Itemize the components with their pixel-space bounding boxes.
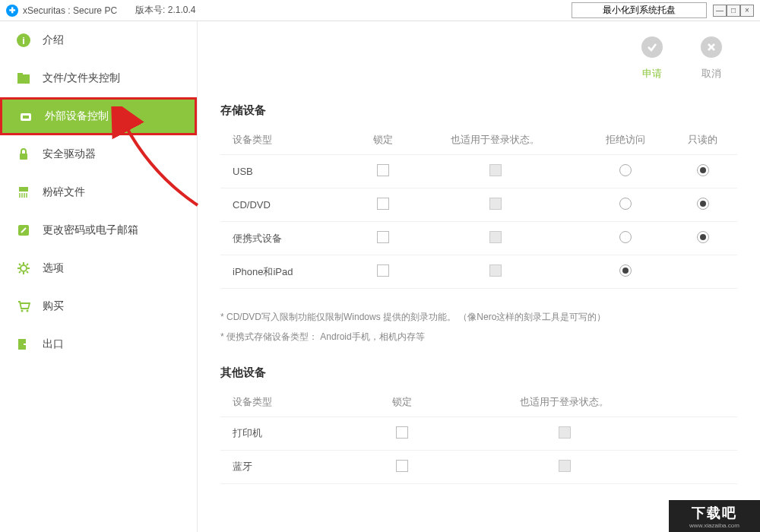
svg-line-18 bbox=[19, 264, 21, 265]
deny-radio[interactable] bbox=[619, 231, 632, 243]
col-readonly: 只读的 bbox=[669, 125, 737, 155]
readonly-radio[interactable] bbox=[697, 164, 709, 176]
edit-icon bbox=[15, 222, 32, 239]
maximize-button[interactable]: □ bbox=[727, 5, 740, 17]
svg-point-23 bbox=[27, 310, 29, 312]
sidebar-item-label: 选项 bbox=[43, 261, 64, 275]
info-icon: i bbox=[15, 32, 32, 49]
svg-rect-5 bbox=[23, 116, 29, 119]
sidebar-item-options[interactable]: 选项 bbox=[0, 249, 197, 287]
device-type-cell: 蓝牙 bbox=[220, 450, 365, 483]
login-state-checkbox bbox=[559, 460, 571, 472]
sidebar-item-label: 更改密码或电子邮箱 bbox=[43, 223, 138, 237]
sidebar-item-change-password[interactable]: 更改密码或电子邮箱 bbox=[0, 211, 197, 249]
cart-icon bbox=[15, 298, 32, 315]
deny-radio[interactable] bbox=[619, 198, 632, 210]
minimize-button[interactable]: — bbox=[713, 5, 727, 17]
svg-point-22 bbox=[21, 310, 24, 312]
exit-icon bbox=[15, 336, 32, 353]
device-icon bbox=[17, 108, 34, 125]
sidebar-item-shred[interactable]: 粉碎文件 bbox=[0, 173, 197, 211]
close-button[interactable]: × bbox=[740, 5, 754, 17]
lock-checkbox[interactable] bbox=[377, 264, 389, 277]
login-state-checkbox bbox=[489, 231, 502, 243]
check-icon bbox=[641, 36, 663, 58]
storage-device-table: 设备类型 锁定 也适用于登录状态。 拒绝访问 只读的 USB CD/DVD bbox=[220, 125, 737, 289]
svg-rect-3 bbox=[17, 73, 23, 76]
folder-icon bbox=[15, 70, 32, 87]
sidebar-item-secure-drive[interactable]: 安全驱动器 bbox=[0, 135, 197, 173]
sidebar-item-intro[interactable]: i 介绍 bbox=[0, 21, 197, 59]
svg-line-19 bbox=[27, 271, 28, 273]
readonly-radio[interactable] bbox=[697, 198, 709, 210]
table-row: CD/DVD bbox=[220, 188, 737, 222]
login-state-checkbox bbox=[559, 426, 571, 439]
sidebar-item-purchase[interactable]: 购买 bbox=[0, 287, 197, 325]
device-type-cell: CD/DVD bbox=[220, 188, 357, 222]
apply-label: 申请 bbox=[641, 67, 663, 81]
col-device-type: 设备类型 bbox=[220, 125, 357, 155]
device-type-cell: iPhone和iPad bbox=[220, 255, 357, 289]
sidebar-item-label: 外部设备控制 bbox=[45, 109, 109, 123]
lock-icon bbox=[15, 146, 32, 163]
watermark-text: 下载吧 bbox=[692, 504, 737, 522]
sidebar: i 介绍 文件/文件夹控制 外部设备控制 安全驱动器 粉碎文件 更改密码或电子邮… bbox=[0, 21, 198, 532]
table-row: 便携式设备 bbox=[220, 222, 737, 255]
deny-radio[interactable] bbox=[619, 264, 632, 277]
sidebar-item-label: 出口 bbox=[43, 337, 64, 351]
deny-radio[interactable] bbox=[619, 164, 632, 176]
app-logo-icon: ✚ bbox=[6, 5, 18, 17]
shred-icon bbox=[15, 184, 32, 201]
gear-icon bbox=[15, 260, 32, 277]
device-type-cell: 便携式设备 bbox=[220, 222, 357, 255]
col-device-type: 设备类型 bbox=[220, 388, 365, 417]
device-type-cell: 打印机 bbox=[220, 416, 365, 450]
table-row: USB bbox=[220, 155, 737, 188]
col-login-state: 也适用于登录状态。 bbox=[439, 388, 690, 417]
device-type-cell: USB bbox=[220, 155, 357, 188]
svg-rect-7 bbox=[19, 187, 28, 192]
login-state-checkbox bbox=[489, 164, 502, 176]
lock-checkbox[interactable] bbox=[377, 198, 389, 210]
version-label: 版本号: 2.1.0.4 bbox=[135, 4, 195, 17]
login-state-checkbox bbox=[489, 198, 502, 210]
svg-rect-6 bbox=[20, 154, 27, 160]
notes-area: * CD/DVD写入限制功能仅限制Windows 提供的刻录功能。 （像Nero… bbox=[220, 307, 737, 347]
svg-line-20 bbox=[19, 271, 21, 273]
note-line: * CD/DVD写入限制功能仅限制Windows 提供的刻录功能。 （像Nero… bbox=[220, 307, 737, 327]
apply-button[interactable]: 申请 bbox=[641, 36, 663, 81]
readonly-radio[interactable] bbox=[697, 231, 709, 243]
lock-checkbox[interactable] bbox=[396, 460, 408, 472]
sidebar-item-exit[interactable]: 出口 bbox=[0, 325, 197, 363]
col-deny: 拒绝访问 bbox=[582, 125, 668, 155]
lock-checkbox[interactable] bbox=[377, 164, 389, 176]
sidebar-item-label: 安全驱动器 bbox=[43, 147, 96, 161]
lock-checkbox[interactable] bbox=[396, 426, 408, 439]
minimize-to-tray-button[interactable]: 最小化到系统托盘 bbox=[572, 2, 707, 18]
table-row: 蓝牙 bbox=[220, 450, 737, 483]
app-title: xSecuritas : Secure PC bbox=[23, 5, 117, 16]
sidebar-item-label: 粉碎文件 bbox=[43, 185, 85, 199]
table-row: iPhone和iPad bbox=[220, 255, 737, 289]
login-state-checkbox bbox=[489, 264, 502, 277]
svg-text:i: i bbox=[22, 35, 25, 46]
svg-point-13 bbox=[21, 265, 27, 271]
titlebar: ✚ xSecuritas : Secure PC 版本号: 2.1.0.4 最小… bbox=[0, 0, 760, 21]
storage-section-title: 存储设备 bbox=[220, 103, 737, 118]
sidebar-item-file-control[interactable]: 文件/文件夹控制 bbox=[0, 59, 197, 97]
cancel-icon bbox=[701, 36, 722, 58]
cancel-button[interactable]: 取消 bbox=[701, 36, 722, 81]
col-login-state: 也适用于登录状态。 bbox=[408, 125, 582, 155]
watermark-url: www.xiazaiba.com bbox=[689, 522, 739, 529]
sidebar-item-external-device[interactable]: 外部设备控制 bbox=[0, 97, 197, 135]
lock-checkbox[interactable] bbox=[377, 231, 389, 243]
content-area: 申请 取消 存储设备 设备类型 锁定 也适用于登录状态。 拒绝访问 只读的 US… bbox=[198, 21, 760, 532]
other-section-title: 其他设备 bbox=[220, 366, 737, 380]
cancel-label: 取消 bbox=[701, 67, 722, 81]
other-device-table: 设备类型 锁定 也适用于登录状态。 打印机 蓝牙 bbox=[220, 388, 737, 484]
col-lock: 锁定 bbox=[357, 125, 408, 155]
table-row: 打印机 bbox=[220, 416, 737, 450]
sidebar-item-label: 购买 bbox=[43, 299, 64, 313]
svg-line-21 bbox=[27, 264, 28, 265]
watermark: 下载吧 www.xiazaiba.com bbox=[669, 500, 760, 532]
